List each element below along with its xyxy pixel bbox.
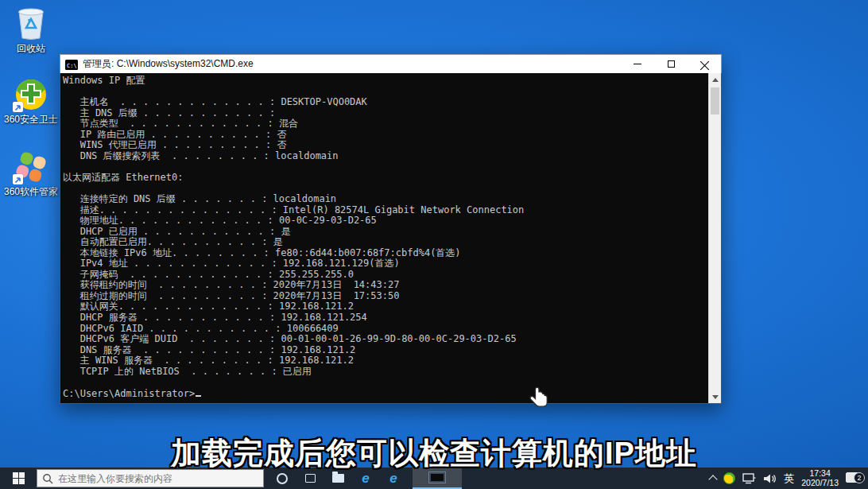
- close-button[interactable]: [688, 55, 721, 73]
- edge-icon: e: [362, 472, 369, 485]
- desktop-icon-360-software[interactable]: 360软件管家: [2, 147, 60, 197]
- notification-badge: 2: [854, 472, 865, 483]
- window-title: 管理员: C:\Windows\system32\CMD.exe: [83, 57, 621, 71]
- maximize-button[interactable]: [654, 55, 688, 73]
- svg-text:C:\: C:\: [67, 63, 77, 69]
- console-cursor: [196, 388, 201, 397]
- folder-icon: [332, 474, 344, 483]
- scrollbar[interactable]: [708, 73, 721, 403]
- desktop-icon-recycle-bin[interactable]: 回收站: [2, 4, 60, 54]
- console-line: 获得租约的时间 . . . . . . . . . : 2020年7月13日 1…: [63, 280, 708, 291]
- console-line: 以太网适配器 Ethernet0:: [63, 173, 708, 184]
- console-prompt: C:\Users\Administrator>: [63, 388, 195, 399]
- console-line: 物理地址. . . . . . . . . . . . . : 00-0C-29…: [63, 215, 708, 227]
- cmd-taskbar-button[interactable]: [413, 468, 462, 489]
- 360-software-manager-icon: [12, 147, 50, 185]
- action-center-button[interactable]: 2: [846, 471, 865, 487]
- browser-button[interactable]: e: [385, 470, 402, 487]
- console-line: DHCP 服务器 . . . . . . . . . . . : 192.168…: [63, 312, 708, 324]
- console-output[interactable]: Windows IP 配置 主机名 . . . . . . . . . . . …: [60, 73, 708, 403]
- desktop: { "desktop": { "icons": [ { "label": "回收…: [0, 0, 868, 489]
- cmd-window-icon: [428, 472, 446, 483]
- chevron-up-icon: [712, 78, 719, 82]
- shortcut-arrow-icon: [13, 102, 23, 112]
- console-line: 默认网关. . . . . . . . . . . . . : 192.168.…: [63, 301, 708, 312]
- console-line: [63, 161, 708, 173]
- taskbar-icons: e e: [273, 468, 462, 489]
- console-line: TCPIP 上的 NetBIOS . . . . . . . : 已启用: [63, 367, 708, 378]
- console-line: 本地链接 IPv6 地址. . . . . . . . : fe80::6d44…: [63, 248, 708, 259]
- scroll-thumb[interactable]: [711, 87, 719, 114]
- console-line: IPv4 地址 . . . . . . . . . . . . : 192.16…: [63, 258, 708, 270]
- clock-time: 17:34: [801, 469, 839, 479]
- maximize-icon: [668, 60, 675, 68]
- console-line: DHCP 已启用 . . . . . . . . . . . : 是: [63, 227, 708, 238]
- console-line: DNS 后缀搜索列表 . . . . . . . . : localdomain: [63, 151, 708, 162]
- cmd-window: C:\ 管理员: C:\Windows\system32\CMD.exe Win…: [60, 54, 722, 404]
- desktop-icon-360-safe[interactable]: 360安全卫士: [2, 75, 60, 125]
- windows-logo-icon: [13, 472, 25, 484]
- taskbar-search[interactable]: [37, 469, 264, 487]
- console-line: DNS 服务器 . . . . . . . . . . . : 192.168.…: [63, 345, 708, 356]
- scroll-down-button[interactable]: [709, 390, 721, 403]
- cortana-icon: [277, 473, 288, 484]
- task-view-button[interactable]: [301, 470, 319, 487]
- network-icon[interactable]: [742, 473, 756, 484]
- scroll-up-button[interactable]: [709, 73, 721, 86]
- console-line: IP 路由已启用 . . . . . . . . . . : 否: [63, 130, 708, 141]
- console-line: 主机名 . . . . . . . . . . . . . : DESKTOP-…: [63, 97, 708, 108]
- shortcut-arrow-icon: [13, 174, 23, 184]
- cortana-button[interactable]: [273, 470, 291, 487]
- console-line: 主 DNS 后缀 . . . . . . . . . . . :: [63, 108, 708, 119]
- console-line: [63, 377, 708, 388]
- console-line: WINS 代理已启用 . . . . . . . . . : 否: [63, 140, 708, 151]
- edge-button[interactable]: e: [357, 470, 374, 487]
- console-line: 租约过期的时间 . . . . . . . . . : 2020年7月13日 1…: [63, 291, 708, 302]
- volume-icon[interactable]: [763, 473, 777, 484]
- console-line: 描述. . . . . . . . . . . . . . . : Intel(…: [63, 205, 708, 216]
- 360-tray-icon[interactable]: [723, 472, 735, 484]
- console-line: Windows IP 配置: [63, 76, 708, 87]
- console-line: 主 WINS 服务器 . . . . . . . . . : 192.168.1…: [63, 355, 708, 367]
- tray-overflow-chevron-icon[interactable]: [709, 475, 718, 483]
- console-line: 子网掩码 . . . . . . . . . . . . : 255.255.2…: [63, 270, 708, 281]
- ime-indicator[interactable]: 英: [784, 472, 794, 486]
- desktop-icon-label: 360安全卫士: [2, 114, 60, 125]
- desktop-icon-label: 回收站: [2, 44, 60, 54]
- task-view-icon: [305, 474, 316, 483]
- recycle-bin-icon: [12, 4, 50, 42]
- 360-safe-icon: [12, 75, 50, 113]
- taskbar-clock[interactable]: 17:34 2020/7/13: [801, 469, 839, 487]
- minimize-button[interactable]: [621, 55, 654, 73]
- cmd-app-icon: C:\: [65, 59, 78, 69]
- start-button[interactable]: [0, 468, 37, 489]
- cmd-titlebar[interactable]: C:\ 管理员: C:\Windows\system32\CMD.exe: [60, 54, 722, 73]
- search-input[interactable]: [58, 473, 258, 484]
- system-tray: 英 17:34 2020/7/13 2: [710, 468, 865, 489]
- console-line: DHCPv6 IAID . . . . . . . . . . . : 1006…: [63, 324, 708, 335]
- console-line: 自动配置已启用. . . . . . . . . . : 是: [63, 237, 708, 248]
- console-line: DHCPv6 客户端 DUID . . . . . . . : 00-01-00…: [63, 334, 708, 345]
- desktop-icon-label: 360软件管家: [2, 187, 60, 197]
- console-line: 连接特定的 DNS 后缀 . . . . . . . : localdomain: [63, 194, 708, 205]
- search-icon: [42, 473, 53, 484]
- close-icon: [700, 60, 709, 68]
- console-line: [63, 183, 708, 194]
- console-line: [63, 87, 708, 98]
- console-prompt-line: C:\Users\Administrator>: [63, 388, 708, 399]
- browser-icon: e: [389, 472, 397, 485]
- taskbar: e e 英 17:34 2020/7/13 2: [0, 468, 868, 489]
- console-line: 节点类型 . . . . . . . . . . . . : 混合: [63, 118, 708, 130]
- clock-date: 2020/7/13: [801, 479, 839, 488]
- chevron-down-icon: [712, 395, 719, 399]
- file-explorer-button[interactable]: [329, 470, 347, 487]
- minimize-icon: [634, 64, 641, 64]
